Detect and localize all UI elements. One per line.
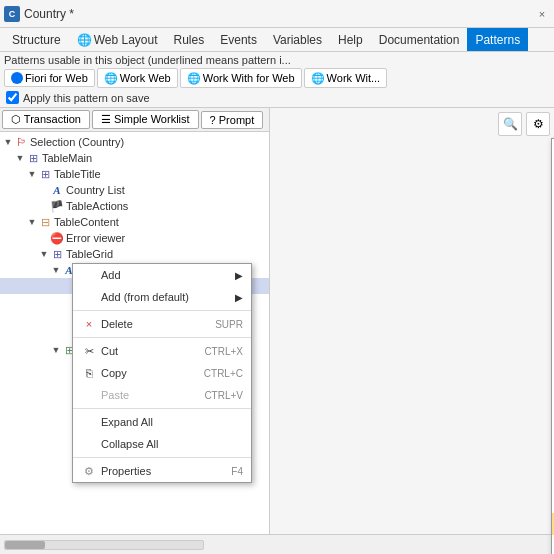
ctx-cut[interactable]: ✂ Cut CTRL+X — [73, 340, 251, 362]
search-button[interactable]: 🔍 — [498, 112, 522, 136]
close-button[interactable]: × — [534, 6, 550, 22]
menu-documentation[interactable]: Documentation — [371, 28, 468, 51]
icon-tablecontent: ⊟ — [38, 215, 52, 229]
ctx-copy-icon: ⎘ — [81, 365, 97, 381]
menu-web-layout[interactable]: 🌐Web Layout — [69, 28, 166, 51]
window-title: Country * — [24, 7, 534, 21]
tree-item-selection[interactable]: ▼ 🏳 Selection (Country) — [0, 134, 269, 150]
status-bar — [0, 534, 554, 554]
label-tablegrid: TableGrid — [66, 248, 113, 260]
expander-selection[interactable]: ▼ — [2, 136, 14, 148]
expander-countrylist — [38, 184, 50, 196]
title-bar: C Country * × — [0, 0, 554, 28]
tree-item-tablegrid[interactable]: ▼ ⊞ TableGrid — [0, 246, 269, 262]
menu-patterns[interactable]: Patterns — [467, 28, 528, 51]
ctx-delete[interactable]: × Delete SUPR — [73, 313, 251, 335]
prompt-btn[interactable]: ? Prompt — [201, 111, 264, 129]
ctx-add[interactable]: Add ▶ — [73, 264, 251, 286]
ctx-delete-shortcut: SUPR — [215, 319, 243, 330]
apply-pattern-row: Apply this pattern on save — [4, 90, 550, 105]
ctx-copy[interactable]: ⎘ Copy CTRL+C — [73, 362, 251, 384]
ctx-collapse-label: Collapse All — [101, 438, 243, 450]
menu-bar: Structure 🌐Web Layout Rules Events Varia… — [0, 28, 554, 52]
ctx-add-arrow: ▶ — [235, 270, 243, 281]
icon-tablemain: ⊞ — [26, 151, 40, 165]
transaction-btn[interactable]: ⬡ Transaction — [2, 110, 90, 129]
tree-item-tabletitle[interactable]: ▼ ⊞ TableTitle — [0, 166, 269, 182]
menu-help[interactable]: Help — [330, 28, 371, 51]
ctx-properties[interactable]: ⚙ Properties F4 — [73, 460, 251, 482]
menu-rules[interactable]: Rules — [166, 28, 213, 51]
expander-errorviewer — [38, 232, 50, 244]
ctx-delete-icon: × — [81, 316, 97, 332]
main-content: ⬡ Transaction ☰ Simple Worklist ? Prompt… — [0, 108, 554, 542]
context-menu: Add ▶ Add (from default) ▶ × Delete SUPR… — [72, 263, 252, 483]
icon-selection: 🏳 — [14, 135, 28, 149]
ctx-add-default-label: Add (from default) — [101, 291, 227, 303]
ctx-add-default[interactable]: Add (from default) ▶ — [73, 286, 251, 308]
ctx-paste-shortcut: CTRL+V — [204, 390, 243, 401]
right-area: 🔍 ⚙ ⚠ ErrorViewer A TextBlock 🖼 Image f — [270, 108, 554, 542]
ctx-sep4 — [73, 457, 251, 458]
ctx-paste-label: Paste — [101, 389, 184, 401]
expander-tabletitle[interactable]: ▼ — [26, 168, 38, 180]
ctx-sep3 — [73, 408, 251, 409]
label-tablecontent: TableContent — [54, 216, 119, 228]
ctx-sep1 — [73, 310, 251, 311]
label-tabletitle: TableTitle — [54, 168, 101, 180]
settings-icon: ⚙ — [533, 117, 544, 131]
tree-item-errorviewer[interactable]: ⛔ Error viewer — [0, 230, 269, 246]
toolbar-area: Patterns usable in this object (underlin… — [0, 52, 554, 108]
label-selection: Selection (Country) — [30, 136, 124, 148]
ctx-delete-label: Delete — [101, 318, 195, 330]
expander-tablemain[interactable]: ▼ — [14, 152, 26, 164]
tree-item-countrylist[interactable]: A Country List — [0, 182, 269, 198]
ctx-sep2 — [73, 337, 251, 338]
ctx-expand-icon — [81, 414, 97, 430]
work-wit-icon: 🌐 — [311, 71, 325, 85]
fiori-for-web-btn[interactable]: Fiori for Web — [4, 69, 95, 87]
scrollbar-thumb[interactable] — [5, 541, 45, 549]
tree-item-tableactions[interactable]: 🏴 TableActions — [0, 198, 269, 214]
right-area-toolbar: 🔍 ⚙ — [270, 108, 554, 140]
icon-errorviewer: ⛔ — [50, 231, 64, 245]
fiori-icon — [11, 72, 23, 84]
ctx-collapse-icon — [81, 436, 97, 452]
tree-item-tablecontent[interactable]: ▼ ⊟ TableContent — [0, 214, 269, 230]
apply-pattern-checkbox[interactable] — [6, 91, 19, 104]
ctx-add-label: Add — [101, 269, 227, 281]
toolbar-buttons-row: Fiori for Web 🌐 Work Web 🌐 Work With for… — [4, 68, 550, 88]
tree-item-tablemain[interactable]: ▼ ⊞ TableMain — [0, 150, 269, 166]
ctx-add-default-arrow: ▶ — [235, 292, 243, 303]
work-wit-btn[interactable]: 🌐 Work Wit... — [304, 68, 388, 88]
work-web-icon: 🌐 — [104, 71, 118, 85]
expander-tablecontent[interactable]: ▼ — [26, 216, 38, 228]
expander-tableactions — [38, 200, 50, 212]
work-with-for-web-btn[interactable]: 🌐 Work With for Web — [180, 68, 302, 88]
ctx-collapse-all[interactable]: Collapse All — [73, 433, 251, 455]
settings-button[interactable]: ⚙ — [526, 112, 550, 136]
expander-grid[interactable]: ▼ — [50, 344, 62, 356]
ctx-copy-shortcut: CTRL+C — [204, 368, 243, 379]
search-icon: 🔍 — [503, 117, 518, 131]
expander-country[interactable]: ▼ — [50, 264, 62, 276]
icon-tablegrid: ⊞ — [50, 247, 64, 261]
ctx-expand-label: Expand All — [101, 416, 243, 428]
ctx-expand-all[interactable]: Expand All — [73, 411, 251, 433]
horizontal-scrollbar[interactable] — [4, 540, 204, 550]
ctx-properties-shortcut: F4 — [231, 466, 243, 477]
ctx-paste-icon — [81, 387, 97, 403]
ctx-properties-icon: ⚙ — [81, 463, 97, 479]
menu-structure[interactable]: Structure — [4, 28, 69, 51]
expander-tablegrid[interactable]: ▼ — [38, 248, 50, 260]
ctx-add-icon — [81, 267, 97, 283]
menu-events[interactable]: Events — [212, 28, 265, 51]
ctx-add-default-icon — [81, 289, 97, 305]
label-errorviewer: Error viewer — [66, 232, 125, 244]
ctx-cut-shortcut: CTRL+X — [204, 346, 243, 357]
label-countrylist: Country List — [66, 184, 125, 196]
ctx-cut-label: Cut — [101, 345, 184, 357]
simple-worklist-btn[interactable]: ☰ Simple Worklist — [92, 110, 199, 129]
work-web-btn[interactable]: 🌐 Work Web — [97, 68, 178, 88]
menu-variables[interactable]: Variables — [265, 28, 330, 51]
